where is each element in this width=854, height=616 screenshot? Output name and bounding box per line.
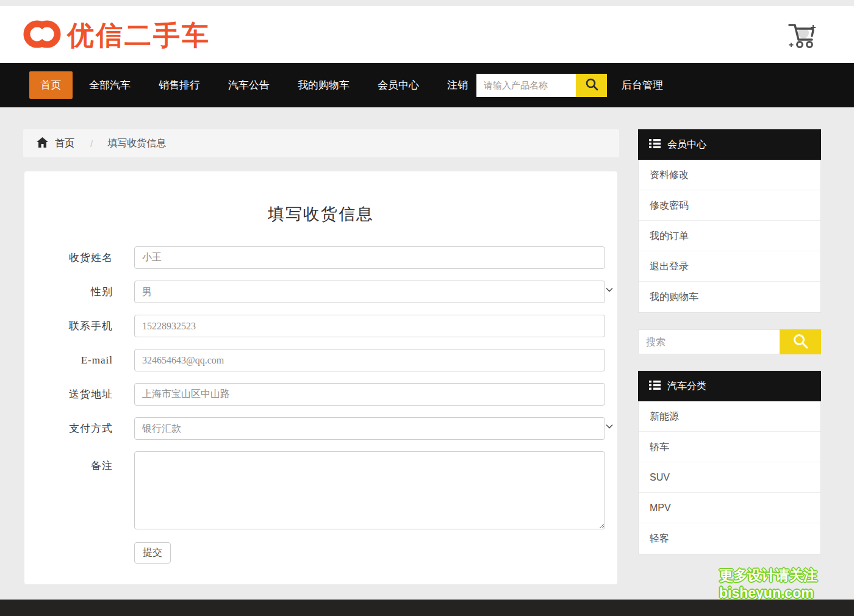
sidebar-search-button[interactable] xyxy=(780,329,821,354)
chevron-down-icon xyxy=(605,422,614,431)
car-categories-list: 新能源 轿车 SUV MPV 轻客 xyxy=(638,401,821,554)
gender-select[interactable]: 男 xyxy=(134,281,605,303)
nav-item-all-cars[interactable]: 全部汽车 xyxy=(89,78,131,92)
name-field[interactable] xyxy=(134,246,605,269)
page-footer xyxy=(0,600,854,616)
main-navbar: 首页 全部汽车 销售排行 汽车公告 我的购物车 会员中心 注销 后台管理 xyxy=(0,63,854,107)
remark-textarea[interactable] xyxy=(134,451,605,529)
payment-label: 支付方式 xyxy=(24,417,113,440)
chevron-down-icon xyxy=(605,285,614,294)
sidebar-item-logout[interactable]: 退出登录 xyxy=(639,251,820,282)
member-center-header: 会员中心 xyxy=(638,129,821,160)
nav-search-group xyxy=(476,74,607,97)
home-icon xyxy=(37,137,48,150)
nav-item-member-center[interactable]: 会员中心 xyxy=(378,78,419,92)
car-categories-header: 汽车分类 xyxy=(638,371,821,401)
remark-label: 备注 xyxy=(24,451,113,473)
sidebar-search-input[interactable] xyxy=(638,329,780,354)
category-item-new-energy[interactable]: 新能源 xyxy=(639,401,820,432)
phone-label: 联系手机 xyxy=(24,315,113,337)
site-logo[interactable]: 优信二手车 xyxy=(23,17,210,54)
delivery-form-panel: 填写收货信息 收货姓名 性别 男 联系手机 E-mail 送货地址 支付方式 银… xyxy=(24,171,617,584)
breadcrumb-home-label: 首页 xyxy=(55,137,74,150)
nav-item-logout[interactable]: 注销 xyxy=(447,78,468,92)
breadcrumb-home-link[interactable]: 首页 xyxy=(37,137,74,150)
sidebar-item-my-cart[interactable]: 我的购物车 xyxy=(639,282,820,312)
email-field[interactable] xyxy=(134,349,605,371)
search-icon xyxy=(792,332,809,351)
phone-field[interactable] xyxy=(134,315,605,337)
breadcrumb: 首页 / 填写收货信息 xyxy=(23,129,619,157)
nav-item-home[interactable]: 首页 xyxy=(29,71,73,99)
watermark-line1: 更多设计请关注 xyxy=(719,567,817,584)
logo-text: 优信二手车 xyxy=(67,18,210,52)
list-icon xyxy=(649,139,661,151)
member-center-list: 资料修改 修改密码 我的订单 退出登录 我的购物车 xyxy=(638,160,821,313)
sidebar-item-my-orders[interactable]: 我的订单 xyxy=(639,221,820,251)
member-center-title: 会员中心 xyxy=(667,138,706,151)
nav-item-car-notice[interactable]: 汽车公告 xyxy=(228,78,270,92)
breadcrumb-separator: / xyxy=(90,138,93,149)
cart-icon[interactable] xyxy=(784,18,819,51)
brand-infinity-icon xyxy=(23,17,61,54)
gender-label: 性别 xyxy=(24,281,113,303)
nav-search-button[interactable] xyxy=(576,74,607,97)
list-icon xyxy=(649,381,661,392)
nav-item-admin[interactable]: 后台管理 xyxy=(622,78,663,92)
form-title: 填写收货信息 xyxy=(24,203,617,225)
car-categories-title: 汽车分类 xyxy=(667,380,706,393)
category-item-light-bus[interactable]: 轻客 xyxy=(639,523,820,554)
address-field[interactable] xyxy=(134,383,605,406)
category-item-suv[interactable]: SUV xyxy=(639,462,820,493)
payment-select[interactable]: 银行汇款 xyxy=(134,417,605,440)
site-header: 优信二手车 xyxy=(0,6,854,63)
search-icon xyxy=(584,77,599,93)
address-label: 送货地址 xyxy=(24,383,113,406)
watermark: 更多设计请关注 bisheyun.com xyxy=(719,567,817,602)
sidebar-item-profile-edit[interactable]: 资料修改 xyxy=(639,160,820,190)
breadcrumb-current: 填写收货信息 xyxy=(107,137,166,150)
nav-item-sales-rank[interactable]: 销售排行 xyxy=(159,78,200,92)
nav-item-my-cart[interactable]: 我的购物车 xyxy=(298,78,350,92)
category-item-sedan[interactable]: 轿车 xyxy=(639,432,820,462)
car-categories-panel: 汽车分类 新能源 轿车 SUV MPV 轻客 xyxy=(638,371,821,554)
category-item-mpv[interactable]: MPV xyxy=(639,493,820,523)
submit-button[interactable]: 提交 xyxy=(134,542,171,564)
email-label: E-mail xyxy=(24,349,113,371)
nav-search-input[interactable] xyxy=(476,74,576,97)
member-center-panel: 会员中心 资料修改 修改密码 我的订单 退出登录 我的购物车 xyxy=(638,129,821,313)
name-label: 收货姓名 xyxy=(24,246,113,269)
sidebar-item-change-password[interactable]: 修改密码 xyxy=(639,190,820,221)
